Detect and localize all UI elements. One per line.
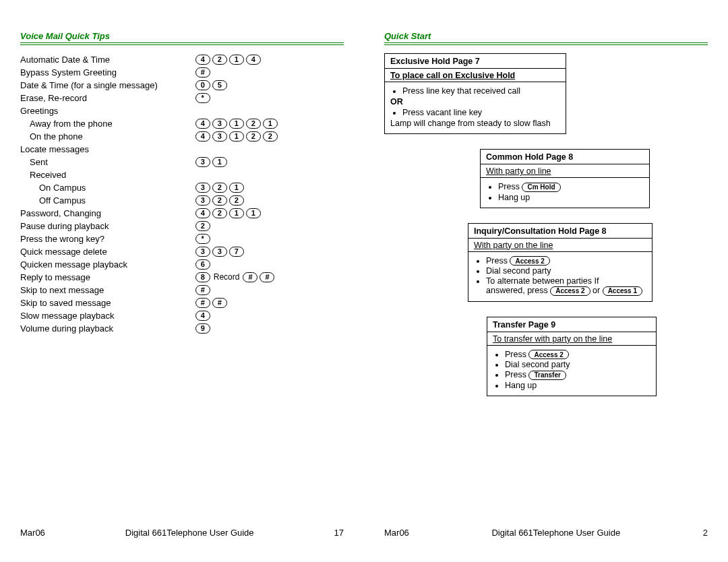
tip-label: Greetings (20, 104, 158, 117)
key-row: 8Record## (195, 271, 278, 284)
key-icon: 1 (229, 131, 244, 142)
transfer-box: Transfer Page 9 To transfer with party o… (487, 317, 657, 396)
key-row: ## (195, 296, 278, 309)
key-icon: 3 (212, 247, 227, 257)
key-icon: 1 (229, 55, 244, 65)
key-icon: # (260, 272, 274, 282)
box-body: Press Access 2 Dial second party Press T… (487, 346, 656, 396)
tip-label: Press the wrong key? (20, 232, 158, 245)
box-title: Common Hold Page 8 (481, 150, 649, 164)
section-header: Voice Mail Quick Tips (20, 31, 344, 41)
key-text: Record (214, 271, 240, 284)
exclusive-hold-box: Exclusive Hold Page 7 To place call on E… (384, 53, 566, 134)
key-icon: 3 (195, 195, 210, 206)
right-page: Quick Start Exclusive Hold Page 7 To pla… (364, 0, 728, 562)
key-icon: 2 (246, 131, 261, 142)
footer-date: Mar06 (20, 528, 45, 538)
key-row: 4211 (195, 207, 278, 220)
key-icon: 6 (195, 259, 210, 270)
key-icon: 3 (195, 157, 210, 167)
key-row (195, 168, 278, 181)
key-row: * (195, 232, 278, 245)
common-hold-box: Common Hold Page 8 With party on line Pr… (480, 149, 650, 208)
key-row: 321 (195, 181, 278, 194)
key-icon: 0 (195, 80, 210, 90)
access-2-key-icon: Access 2 (528, 350, 568, 359)
key-icon: 2 (212, 195, 227, 206)
transfer-key-icon: Transfer (528, 371, 566, 380)
key-row: # (195, 66, 278, 79)
footer-page: 17 (334, 528, 344, 538)
key-icon: 9 (195, 323, 210, 334)
step-note: Lamp will change from steady to slow fla… (390, 119, 560, 128)
key-icon: * (195, 93, 210, 103)
key-icon: 2 (229, 195, 244, 206)
tips-keys: 4214 # 05 * 43121 43122 31 321 322 4211 … (195, 53, 278, 335)
header-rule (384, 42, 708, 45)
key-icon: 2 (246, 119, 261, 129)
access-2-key-icon: Access 2 (550, 286, 590, 296)
key-icon: 2 (212, 55, 227, 65)
key-icon: 2 (195, 221, 210, 231)
box-subtitle: With party on line (481, 164, 649, 178)
footer-page: 2 (703, 528, 708, 538)
header-rule (20, 42, 344, 45)
key-icon: # (195, 298, 210, 308)
step: Press Access 2 (486, 256, 646, 266)
left-page: Voice Mail Quick Tips Automatic Date & T… (0, 0, 364, 562)
key-icon: 4 (195, 119, 210, 129)
tip-label: Off Campus (20, 194, 158, 207)
step: Press Transfer (505, 370, 650, 380)
tips-labels: Automatic Date & Time Bypass System Gree… (20, 53, 158, 335)
quick-tips-table: Automatic Date & Time Bypass System Gree… (20, 53, 344, 335)
or-label: OR (390, 97, 560, 106)
page-footer: Mar06 Digital 661Telephone User Guide 2 (384, 528, 708, 538)
key-icon: 1 (246, 208, 261, 218)
key-row: 43122 (195, 130, 278, 143)
key-icon: * (195, 234, 210, 244)
key-row: # (195, 284, 278, 296)
step: Dial second party (505, 360, 650, 369)
tip-label: Locate messages (20, 143, 158, 156)
key-row: 43121 (195, 117, 278, 130)
tip-label: Date & Time (for a single message) (20, 79, 158, 92)
step: Hang up (498, 193, 644, 202)
key-icon: 2 (212, 183, 227, 193)
key-icon: # (243, 272, 257, 282)
box-subtitle: To transfer with party on the line (487, 332, 656, 346)
page-footer: Mar06 Digital 661Telephone User Guide 17 (20, 528, 344, 538)
key-row (195, 143, 278, 156)
key-icon: # (195, 67, 210, 77)
key-row: 337 (195, 245, 278, 258)
box-body: Press Access 2 Dial second party To alte… (468, 252, 652, 301)
key-icon: 4 (195, 311, 210, 321)
key-icon: 7 (229, 247, 244, 257)
key-icon: 4 (246, 55, 261, 65)
key-row: 31 (195, 156, 278, 168)
key-icon: 1 (212, 157, 227, 167)
box-body: Press Cm Hold Hang up (481, 178, 649, 208)
key-row: 6 (195, 258, 278, 271)
tip-label: Sent (20, 156, 158, 168)
key-icon: 2 (212, 208, 227, 218)
tip-label: Password, Changing (20, 207, 158, 220)
key-row: 05 (195, 79, 278, 92)
key-icon: 1 (229, 119, 244, 129)
key-icon: 1 (229, 208, 244, 218)
key-icon: 4 (195, 208, 210, 218)
tip-label: Volume during playback (20, 322, 158, 335)
box-body: Press line key that received call OR Pre… (385, 82, 566, 133)
step: Press Cm Hold (498, 182, 644, 192)
key-icon: 1 (229, 183, 244, 193)
box-title: Inquiry/Consultation Hold Page 8 (468, 224, 652, 239)
tip-label: On Campus (20, 181, 158, 194)
key-icon: 8 (195, 272, 210, 282)
step: To alternate between parties If answered… (486, 276, 646, 296)
tip-label: Reply to message (20, 271, 158, 284)
step: Press Access 2 (505, 350, 650, 360)
tip-label: Erase, Re-record (20, 92, 158, 104)
step: Press line key that received call (402, 86, 560, 96)
key-icon: # (212, 298, 227, 308)
footer-date: Mar06 (384, 528, 409, 538)
tip-label: Skip to saved message (20, 296, 158, 309)
